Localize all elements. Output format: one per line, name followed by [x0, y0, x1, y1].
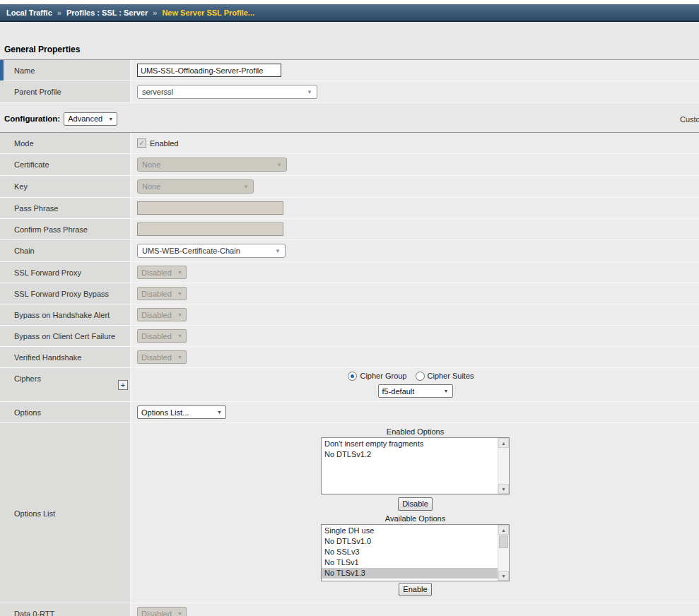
- cipher-suites-radio[interactable]: [416, 372, 425, 381]
- enabled-options-scrollbar[interactable]: ▲ ▼: [498, 438, 509, 494]
- row-chain: Chain UMS-WEB-Certificate-Chain ▼: [0, 240, 699, 262]
- available-options-scrollbar[interactable]: ▲ ▼: [498, 525, 509, 581]
- dropdown-arrow-icon: ▼: [217, 410, 222, 415]
- row-data-0rtt: Data 0-RTT Disabled ▼: [0, 603, 699, 616]
- ssl-forward-proxy-value: Disabled: [141, 268, 172, 277]
- dropdown-arrow-icon: ▼: [177, 611, 182, 616]
- row-mode: Mode ✓ Enabled: [0, 133, 699, 154]
- configuration-level-select[interactable]: Advanced ▼: [64, 112, 117, 126]
- verified-handshake-value: Disabled: [141, 353, 172, 362]
- bypass-on-handshake-alert-value: Disabled: [141, 311, 172, 319]
- scrollbar-thumb[interactable]: [499, 535, 508, 548]
- breadcrumb-separator-icon: »: [57, 8, 61, 17]
- options-value: Options List...: [141, 408, 211, 417]
- options-select[interactable]: Options List... ▼: [137, 405, 226, 419]
- dropdown-arrow-icon: ▼: [177, 333, 182, 338]
- cipher-group-select[interactable]: f5-default ▼: [378, 384, 453, 398]
- dropdown-arrow-icon: ▼: [307, 89, 312, 95]
- name-label: Name: [0, 60, 131, 81]
- breadcrumb-current-page: New Server SSL Profile...: [162, 8, 254, 17]
- enable-button[interactable]: Enable: [399, 583, 431, 596]
- parent-profile-select[interactable]: serverssl ▼: [137, 85, 317, 99]
- name-input[interactable]: [137, 64, 281, 77]
- certificate-label: Certificate: [0, 154, 131, 175]
- options-list-label-cell: Options List: [0, 423, 131, 603]
- data-0rtt-label: Data 0-RTT: [0, 603, 131, 616]
- available-option-item[interactable]: Single DH use: [322, 526, 498, 536]
- row-confirm-pass-phrase: Confirm Pass Phrase: [0, 219, 699, 240]
- available-options-listbox[interactable]: Single DH useNo DTLSv1.0No SSLv3No TLSv1…: [321, 524, 510, 581]
- chain-value: UMS-WEB-Certificate-Chain: [142, 247, 271, 255]
- mode-enabled-checkbox: ✓: [137, 138, 146, 148]
- enabled-option-item[interactable]: Don't insert empty fragments: [322, 439, 498, 449]
- available-option-item[interactable]: No TLSv1: [322, 557, 498, 568]
- bypass-on-handshake-alert-select: Disabled ▼: [137, 308, 187, 321]
- breadcrumb-local-traffic[interactable]: Local Traffic: [6, 8, 52, 17]
- data-0rtt-value: Disabled: [141, 610, 172, 616]
- enabled-options-title: Enabled Options: [387, 427, 444, 436]
- bypass-on-client-cert-failure-value: Disabled: [141, 332, 172, 340]
- row-ssl-forward-proxy: SSL Forward Proxy Disabled ▼: [0, 262, 699, 283]
- row-key: Key None ▼: [0, 176, 699, 198]
- general-properties-title: General Properties: [4, 45, 699, 54]
- dropdown-arrow-icon: ▼: [243, 184, 249, 190]
- options-label: Options: [0, 402, 131, 422]
- pass-phrase-input: [137, 201, 283, 215]
- scroll-down-icon[interactable]: ▼: [498, 571, 509, 581]
- expand-plus-button[interactable]: +: [118, 380, 128, 390]
- cipher-group-radio[interactable]: [348, 372, 357, 381]
- disable-button[interactable]: Disable: [398, 497, 433, 511]
- dropdown-arrow-icon: ▼: [177, 291, 182, 296]
- chain-select[interactable]: UMS-WEB-Certificate-Chain ▼: [137, 244, 286, 258]
- mode-checkbox-label: Enabled: [150, 139, 178, 148]
- confirm-pass-phrase-input: [137, 223, 283, 236]
- row-options-list: Options List Enabled Options Don't inser…: [0, 423, 699, 603]
- row-parent-profile: Parent Profile serverssl ▼: [0, 81, 699, 103]
- ciphers-label: Ciphers: [14, 374, 41, 383]
- row-certificate: Certificate None ▼: [0, 154, 699, 176]
- available-option-item[interactable]: No DTLSv1.0: [322, 536, 498, 547]
- certificate-select: None ▼: [137, 158, 287, 172]
- ssl-forward-proxy-bypass-value: Disabled: [141, 290, 172, 298]
- mode-label: Mode: [0, 133, 131, 153]
- parent-profile-label: Parent Profile: [0, 81, 131, 102]
- ssl-forward-proxy-label: SSL Forward Proxy: [0, 262, 131, 283]
- available-option-item[interactable]: No SSLv3: [322, 547, 498, 557]
- bypass-on-client-cert-failure-select: Disabled ▼: [137, 329, 187, 343]
- scroll-down-icon[interactable]: ▼: [498, 484, 509, 494]
- ssl-forward-proxy-bypass-label: SSL Forward Proxy Bypass: [0, 283, 131, 304]
- bypass-on-handshake-alert-label: Bypass on Handshake Alert: [0, 304, 131, 325]
- enabled-option-item[interactable]: No DTLSv1.2: [322, 449, 498, 460]
- cipher-group-radio-label: Cipher Group: [360, 372, 406, 380]
- scroll-up-icon[interactable]: ▲: [498, 525, 509, 535]
- options-list-label: Options List: [14, 509, 55, 518]
- dropdown-arrow-icon: ▼: [276, 162, 282, 168]
- configuration-level-value: Advanced: [68, 114, 102, 123]
- chain-label: Chain: [0, 240, 131, 261]
- custom-column-header: Custom: [680, 115, 699, 124]
- dropdown-arrow-icon: ▼: [275, 248, 281, 254]
- dropdown-arrow-icon: ▼: [177, 312, 182, 317]
- row-options: Options Options List... ▼: [0, 402, 699, 423]
- ciphers-label-cell: Ciphers +: [0, 368, 131, 401]
- row-ssl-forward-proxy-bypass: SSL Forward Proxy Bypass Disabled ▼: [0, 283, 699, 304]
- general-properties-table: Name Parent Profile serverssl ▼: [0, 59, 699, 103]
- pass-phrase-label: Pass Phrase: [0, 198, 131, 218]
- configuration-bar: Configuration: Advanced ▼ Custom: [0, 110, 699, 127]
- cipher-group-value: f5-default: [382, 387, 438, 396]
- configuration-table: Mode ✓ Enabled Certificate None ▼ Key No…: [0, 132, 699, 616]
- available-option-item[interactable]: No TLSv1.3: [322, 568, 498, 579]
- key-label: Key: [0, 176, 131, 197]
- scroll-up-icon[interactable]: ▲: [498, 438, 509, 448]
- checkmark-icon: ✓: [139, 140, 144, 147]
- row-bypass-on-handshake-alert: Bypass on Handshake Alert Disabled ▼: [0, 304, 699, 326]
- dropdown-arrow-icon: ▼: [108, 117, 113, 122]
- breadcrumb-profiles-ssl-server[interactable]: Profiles : SSL : Server: [66, 8, 148, 17]
- enabled-options-listbox[interactable]: Don't insert empty fragmentsNo DTLSv1.2 …: [321, 437, 510, 494]
- verified-handshake-select: Disabled ▼: [137, 350, 187, 364]
- row-bypass-on-client-cert-failure: Bypass on Client Cert Failure Disabled ▼: [0, 326, 699, 347]
- bypass-on-client-cert-failure-label: Bypass on Client Cert Failure: [0, 326, 131, 346]
- available-options-title: Available Options: [385, 514, 445, 523]
- ssl-forward-proxy-select: Disabled ▼: [137, 266, 187, 279]
- row-ciphers: Ciphers + Cipher GroupCipher Suites f5-d…: [0, 368, 699, 402]
